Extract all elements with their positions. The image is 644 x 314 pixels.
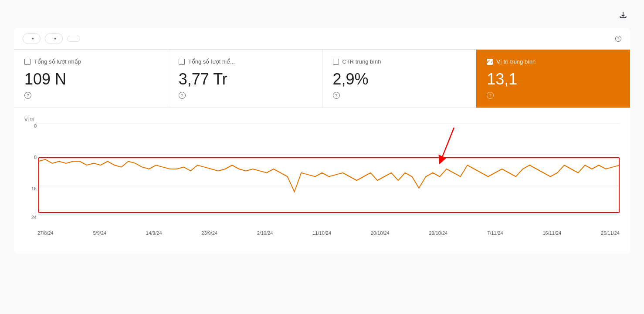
- x-label-0: 27/8/24: [37, 230, 54, 236]
- red-arrow: [437, 128, 463, 167]
- y-tick-16: 16: [24, 186, 37, 191]
- metric-label-impressions: Tổng số lượt hiể...: [188, 58, 235, 65]
- date-filter-button[interactable]: ▾: [23, 33, 41, 44]
- filter-left: ▾ ▾: [23, 33, 80, 44]
- chart-y-label: Vị trí: [24, 117, 620, 122]
- metric-value-clicks: 109 N: [24, 70, 157, 88]
- x-label-9: 16/11/24: [542, 230, 561, 236]
- x-label-5: 11/10/24: [312, 230, 331, 236]
- x-label-2: 14/9/24: [146, 230, 162, 236]
- metric-value-ctr: 2,9%: [333, 70, 466, 88]
- add-filter-button[interactable]: [67, 36, 80, 42]
- metric-help-icon-position[interactable]: ?: [487, 92, 494, 99]
- metric-help-icon-ctr[interactable]: ?: [333, 92, 340, 99]
- x-label-7: 29/10/24: [429, 230, 447, 236]
- header-row: [14, 10, 630, 19]
- update-info: ?: [613, 36, 621, 42]
- update-info-icon[interactable]: ?: [615, 36, 621, 42]
- x-label-6: 20/10/24: [371, 230, 390, 236]
- metric-card-clicks[interactable]: Tổng số lượt nhấp109 N?: [14, 50, 168, 108]
- search-type-chevron: ▾: [54, 36, 56, 41]
- x-label-10: 25/11/24: [601, 230, 620, 236]
- metric-label-ctr: CTR trung bình: [342, 58, 381, 65]
- metric-label-position: Vị trí trung bình: [496, 58, 536, 65]
- page-container: ▾ ▾ ? Tổng số lượt nhấp109 N?Tổng số lượ…: [0, 0, 644, 314]
- metric-value-impressions: 3,77 Tr: [179, 70, 312, 88]
- date-filter-chevron: ▾: [32, 36, 34, 41]
- x-label-1: 5/9/24: [93, 230, 106, 236]
- metric-label-clicks: Tổng số lượt nhấp: [34, 58, 81, 65]
- x-label-8: 7/11/24: [487, 230, 503, 236]
- metric-card-impressions[interactable]: Tổng số lượt hiể...3,77 Tr?: [168, 50, 322, 108]
- metric-help-icon-clicks[interactable]: ?: [24, 92, 31, 99]
- y-tick-0: 0: [24, 123, 37, 128]
- metric-checkbox-position[interactable]: ✓: [487, 59, 493, 65]
- export-button[interactable]: [619, 10, 630, 19]
- metric-value-position: 13,1: [487, 70, 620, 88]
- metric-checkbox-impressions[interactable]: [179, 59, 185, 65]
- metric-card-ctr[interactable]: CTR trung bình2,9%?: [322, 50, 477, 108]
- metric-checkbox-ctr[interactable]: [333, 59, 339, 65]
- x-axis-labels: 27/8/24 5/9/24 14/9/24 23/9/24 2/10/24 1…: [24, 228, 620, 236]
- chart-container: 0 8 16 24: [24, 123, 620, 245]
- red-highlight-box: [38, 157, 620, 213]
- export-icon: [619, 10, 627, 19]
- x-label-4: 2/10/24: [257, 230, 273, 236]
- search-type-filter-button[interactable]: ▾: [45, 33, 63, 44]
- chart-area: Vị trí 0 8 16 24: [14, 108, 630, 245]
- svg-line-6: [441, 128, 454, 160]
- metric-help-icon-impressions[interactable]: ?: [179, 92, 186, 99]
- metrics-row: Tổng số lượt nhấp109 N?Tổng số lượt hiể.…: [14, 50, 630, 108]
- y-tick-8: 8: [24, 155, 37, 160]
- filter-bar: ▾ ▾ ?: [14, 28, 630, 50]
- chart-plot-area: 0 8 16 24: [24, 123, 620, 228]
- x-label-3: 23/9/24: [201, 230, 217, 236]
- metric-checkbox-clicks[interactable]: [24, 59, 31, 65]
- metric-card-position[interactable]: ✓Vị trí trung bình13,1?: [476, 50, 630, 108]
- main-card: Tổng số lượt nhấp109 N?Tổng số lượt hiể.…: [14, 50, 630, 254]
- y-tick-24: 24: [24, 215, 37, 220]
